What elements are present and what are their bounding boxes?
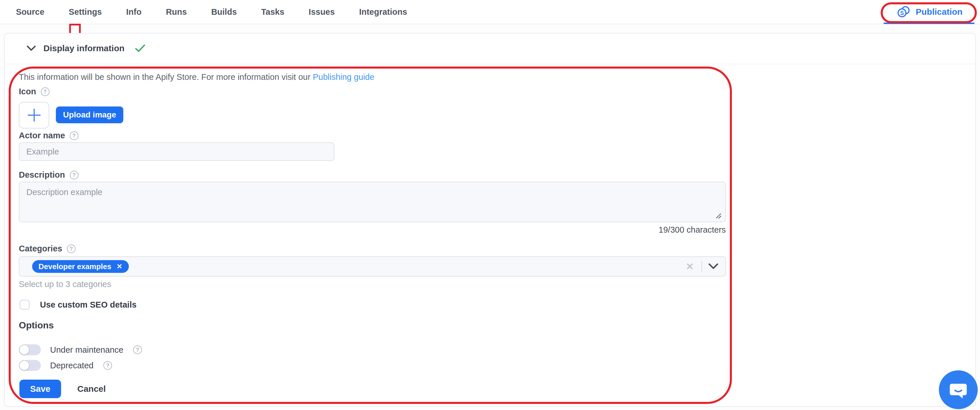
help-icon[interactable]: ? — [67, 245, 76, 253]
help-icon[interactable]: ? — [41, 87, 49, 96]
categories-hint: Select up to 3 categories — [19, 280, 111, 289]
nav-tab-builds[interactable]: Builds — [211, 7, 237, 17]
save-button[interactable]: Save — [19, 380, 61, 398]
actor-name-label-row: Actor name ? — [19, 131, 78, 140]
deprecated-label: Deprecated — [50, 361, 94, 370]
section-header-display-information[interactable]: Display information — [4, 33, 976, 64]
description-label-row: Description ? — [19, 170, 78, 180]
remove-tag-icon[interactable]: ✕ — [116, 262, 122, 270]
nav-tab-list: Source Settings Info Runs Builds Tasks I… — [16, 0, 407, 24]
category-tag: Developer examples ✕ — [32, 260, 129, 273]
category-tag-label: Developer examples — [38, 262, 111, 271]
chevron-down-icon — [27, 45, 36, 51]
nav-tab-integrations[interactable]: Integrations — [359, 7, 407, 17]
plus-icon — [26, 107, 42, 123]
under-maintenance-toggle[interactable] — [19, 344, 41, 355]
seo-checkbox-row[interactable]: Use custom SEO details — [20, 300, 137, 310]
deprecated-row: Deprecated ? — [19, 360, 112, 371]
options-heading: Options — [19, 320, 54, 331]
actor-name-input[interactable] — [19, 142, 334, 161]
svg-text:S: S — [900, 10, 904, 16]
cancel-button[interactable]: Cancel — [77, 380, 106, 398]
top-nav: Source Settings Info Runs Builds Tasks I… — [0, 0, 980, 24]
nav-tab-info[interactable]: Info — [126, 7, 142, 17]
toggle-knob — [20, 345, 29, 354]
nav-tab-tasks[interactable]: Tasks — [261, 7, 284, 17]
nav-tab-publication-label: Publication — [916, 7, 963, 17]
icon-field-label: Icon — [19, 87, 36, 96]
under-maintenance-label: Under maintenance — [50, 345, 123, 355]
select-chevron-down-icon[interactable] — [702, 263, 725, 270]
categories-label-row: Categories ? — [19, 244, 76, 253]
categories-label: Categories — [19, 244, 62, 253]
actor-name-label: Actor name — [19, 131, 65, 140]
categories-select-controls: ✕ — [678, 257, 725, 276]
intro-text: This information will be shown in the Ap… — [19, 72, 374, 82]
icon-field-label-row: Icon ? — [19, 87, 49, 96]
check-icon — [135, 44, 145, 52]
seo-checkbox-label: Use custom SEO details — [40, 300, 137, 310]
publishing-guide-link[interactable]: Publishing guide — [313, 72, 374, 82]
description-label: Description — [19, 170, 65, 180]
icon-upload-dropzone[interactable] — [19, 102, 49, 129]
chat-widget-button[interactable] — [939, 370, 978, 409]
intro-text-body: This information will be shown in the Ap… — [19, 72, 313, 82]
nav-tab-issues[interactable]: Issues — [309, 7, 335, 17]
deprecated-toggle[interactable] — [19, 360, 41, 371]
coins-icon: S — [896, 5, 911, 18]
character-counter: 19/300 characters — [19, 225, 726, 235]
chat-bubble-icon — [948, 380, 969, 400]
categories-select[interactable]: Developer examples ✕ ✕ — [19, 256, 726, 277]
under-maintenance-row: Under maintenance ? — [19, 344, 142, 355]
nav-tab-source[interactable]: Source — [16, 7, 44, 17]
nav-tab-publication[interactable]: S Publication — [896, 0, 963, 24]
section-title: Display information — [43, 43, 124, 53]
help-icon[interactable]: ? — [70, 171, 78, 180]
nav-tab-runs[interactable]: Runs — [166, 7, 187, 17]
help-icon[interactable]: ? — [133, 345, 142, 354]
description-textarea[interactable] — [19, 182, 726, 222]
upload-image-button[interactable]: Upload image — [56, 106, 123, 123]
active-tab-indicator — [884, 22, 975, 24]
toggle-knob — [20, 361, 29, 370]
help-icon[interactable]: ? — [103, 361, 112, 370]
help-icon[interactable]: ? — [70, 131, 78, 140]
seo-checkbox[interactable] — [20, 300, 30, 310]
nav-tab-settings[interactable]: Settings — [68, 7, 102, 17]
clear-all-icon[interactable]: ✕ — [678, 261, 702, 272]
